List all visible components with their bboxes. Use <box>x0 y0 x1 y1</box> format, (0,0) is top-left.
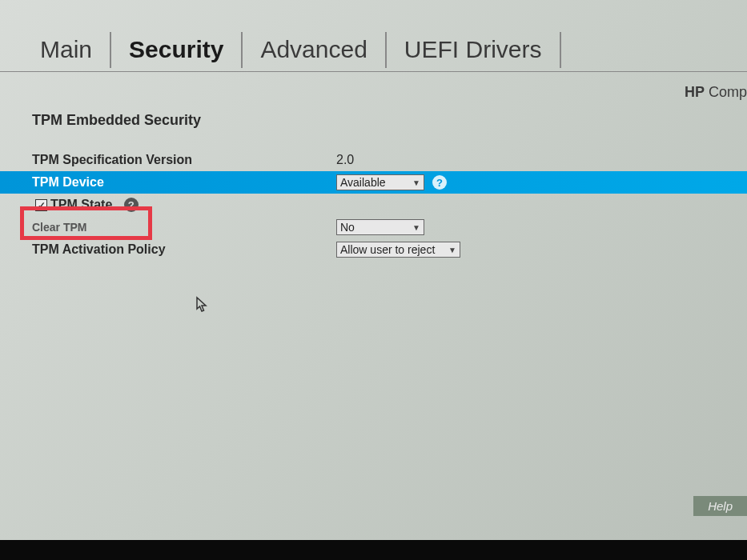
settings-area: TPM Specification Version 2.0 TPM Device… <box>0 149 747 261</box>
section-title: TPM Embedded Security <box>0 72 747 149</box>
dropdown-value: No <box>340 221 355 234</box>
setting-label: Clear TPM <box>32 221 336 234</box>
setting-tpm-device[interactable]: TPM Device Available ▼ ? <box>0 171 747 194</box>
help-button[interactable]: Help <box>693 496 747 516</box>
tpm-activation-policy-dropdown[interactable]: Allow user to reject ▼ <box>336 242 460 258</box>
tpm-device-dropdown[interactable]: Available ▼ <box>336 174 424 190</box>
setting-value: 2.0 <box>336 153 354 167</box>
tab-bar: Main Security Advanced UEFI Drivers <box>0 0 747 72</box>
tpm-state-checkbox[interactable]: ✓ <box>35 199 47 211</box>
setting-label: TPM Activation Policy <box>32 242 336 257</box>
setting-label: TPM Device <box>32 175 336 190</box>
chevron-down-icon: ▼ <box>412 223 420 232</box>
setting-label: ✓TPM State ? <box>35 198 339 213</box>
tab-separator <box>241 32 243 68</box>
tab-security[interactable]: Security <box>113 30 239 70</box>
tab-uefi-drivers[interactable]: UEFI Drivers <box>388 30 558 70</box>
tab-separator <box>385 32 387 68</box>
clear-tpm-dropdown[interactable]: No ▼ <box>336 219 424 235</box>
chevron-down-icon: ▼ <box>448 246 456 254</box>
setting-tpm-activation-policy: TPM Activation Policy Allow user to reje… <box>32 238 747 261</box>
help-icon[interactable]: ? <box>124 198 139 212</box>
setting-label: TPM Specification Version <box>32 153 336 167</box>
tab-separator <box>110 32 111 68</box>
tab-main[interactable]: Main <box>24 30 108 70</box>
cursor-icon <box>195 296 210 318</box>
tab-separator <box>560 32 561 68</box>
bottom-bar <box>0 540 747 560</box>
setting-tpm-state[interactable]: ✓TPM State ? <box>32 194 747 216</box>
chevron-down-icon: ▼ <box>412 178 420 187</box>
brand-label: HP Comp <box>685 84 747 101</box>
dropdown-value: Available <box>340 176 386 189</box>
help-icon[interactable]: ? <box>432 175 447 190</box>
tab-advanced[interactable]: Advanced <box>244 30 383 70</box>
setting-clear-tpm: Clear TPM No ▼ <box>32 216 747 238</box>
dropdown-value: Allow user to reject <box>340 243 435 256</box>
setting-tpm-spec-version: TPM Specification Version 2.0 <box>32 149 747 171</box>
